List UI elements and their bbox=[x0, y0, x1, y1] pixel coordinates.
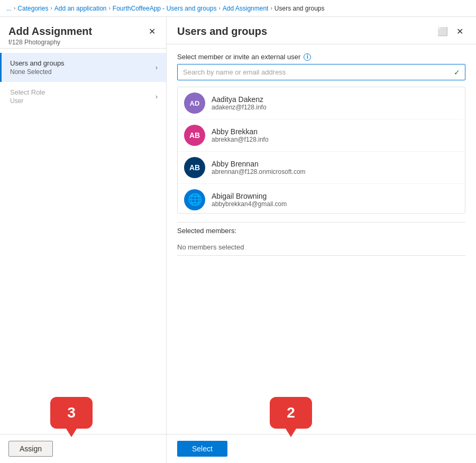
assign-button[interactable]: Assign bbox=[8, 441, 53, 457]
avatar-initials: AB bbox=[189, 131, 200, 140]
search-label-text: Select member or invite an external user bbox=[177, 53, 300, 61]
breadcrumb-sep: › bbox=[218, 5, 220, 11]
user-info: Abby Brennan abrennan@f128.onmicrosoft.c… bbox=[212, 160, 306, 175]
right-panel-title: Users and groups bbox=[177, 25, 267, 38]
left-panel-title-block: Add Assignment f/128 Photography bbox=[8, 25, 92, 46]
user-name: Abby Brekkan bbox=[212, 127, 269, 136]
nav-item-users-groups-value: None Selected bbox=[10, 68, 65, 76]
breadcrumb-sep: › bbox=[108, 5, 110, 11]
main-layout: Add Assignment f/128 Photography ✕ Users… bbox=[0, 17, 476, 463]
right-panel-header: Users and groups ⬜ ✕ bbox=[167, 17, 476, 44]
user-item[interactable]: AB Abby Brennan abrennan@f128.onmicrosof… bbox=[178, 152, 465, 184]
search-input[interactable] bbox=[177, 64, 465, 80]
selected-members-label: Selected members: bbox=[177, 222, 465, 235]
user-item[interactable]: 🌐 Abigail Browning abbybrekkan4@gmail.co… bbox=[178, 184, 465, 214]
user-email: abrekkan@f128.info bbox=[212, 136, 269, 143]
maximize-button[interactable]: ⬜ bbox=[435, 24, 450, 39]
avatar: AB bbox=[184, 125, 205, 146]
no-members-text: No members selected bbox=[177, 239, 465, 256]
avatar: AD bbox=[184, 92, 205, 114]
breadcrumb-categories[interactable]: Categories bbox=[17, 5, 48, 12]
breadcrumb-dots[interactable]: ... bbox=[6, 5, 12, 12]
user-info: Abigail Browning abbybrekkan4@gmail.com bbox=[212, 192, 287, 208]
avatar-initials: AD bbox=[190, 99, 200, 107]
search-label: Select member or invite an external user… bbox=[177, 53, 465, 61]
user-info: Aaditya Dakenz adakenz@f128.info bbox=[212, 95, 267, 111]
left-panel-footer: Assign bbox=[0, 434, 166, 463]
nav-item-select-role-content: Select Role User bbox=[10, 88, 45, 105]
user-name: Aaditya Dakenz bbox=[212, 95, 267, 104]
close-panel-button[interactable]: ✕ bbox=[454, 24, 465, 39]
left-panel-title: Add Assignment bbox=[8, 25, 92, 38]
breadcrumb: ... › Categories › Add an application › … bbox=[0, 0, 476, 17]
nav-item-select-role[interactable]: Select Role User › bbox=[0, 82, 166, 111]
breadcrumb-sep: › bbox=[50, 5, 52, 11]
nav-item-select-role-label: Select Role bbox=[10, 88, 45, 96]
right-panel: Users and groups ⬜ ✕ Select member or in… bbox=[167, 17, 476, 463]
avatar: 🌐 bbox=[184, 189, 205, 210]
chevron-right-icon: › bbox=[155, 64, 158, 71]
nav-item-users-groups-content: Users and groups None Selected bbox=[10, 59, 65, 76]
select-button[interactable]: Select bbox=[177, 441, 227, 457]
right-panel-footer: Select bbox=[167, 434, 476, 463]
left-panel-subtitle: f/128 Photography bbox=[8, 39, 92, 46]
breadcrumb-sep: › bbox=[14, 5, 15, 11]
nav-item-users-groups-label: Users and groups bbox=[10, 59, 65, 67]
right-panel-actions: ⬜ ✕ bbox=[435, 24, 465, 39]
checkmark-icon: ✓ bbox=[454, 68, 460, 77]
avatar-initials: AB bbox=[189, 163, 200, 172]
right-panel-body: Select member or invite an external user… bbox=[167, 44, 476, 434]
chevron-right-icon: › bbox=[155, 93, 158, 100]
left-panel-header: Add Assignment f/128 Photography ✕ bbox=[0, 17, 166, 49]
info-icon[interactable]: i bbox=[304, 53, 311, 61]
user-email: adakenz@f128.info bbox=[212, 104, 267, 111]
left-panel: Add Assignment f/128 Photography ✕ Users… bbox=[0, 17, 167, 463]
breadcrumb-add-assignment[interactable]: Add Assignment bbox=[223, 5, 269, 12]
breadcrumb-app-users[interactable]: FourthCoffeeApp - Users and groups bbox=[113, 5, 217, 12]
user-email: abrennan@f128.onmicrosoft.com bbox=[212, 168, 306, 175]
user-name: Abby Brennan bbox=[212, 160, 306, 168]
left-panel-close-button[interactable]: ✕ bbox=[147, 25, 158, 38]
nav-item-users-groups[interactable]: Users and groups None Selected › bbox=[0, 53, 166, 82]
breadcrumb-current: Users and groups bbox=[274, 5, 325, 12]
nav-item-select-role-value: User bbox=[10, 97, 45, 105]
user-info: Abby Brekkan abrekkan@f128.info bbox=[212, 127, 269, 143]
user-name: Abigail Browning bbox=[212, 192, 287, 200]
breadcrumb-sep: › bbox=[270, 5, 272, 11]
globe-icon: 🌐 bbox=[188, 193, 202, 207]
user-email: abbybrekkan4@gmail.com bbox=[212, 200, 287, 208]
search-box: ✓ bbox=[177, 64, 465, 80]
user-list: AD Aaditya Dakenz adakenz@f128.info AB A… bbox=[177, 87, 465, 214]
user-item[interactable]: AB Abby Brekkan abrekkan@f128.info bbox=[178, 119, 465, 152]
breadcrumb-add-application[interactable]: Add an application bbox=[54, 5, 107, 12]
avatar: AB bbox=[184, 157, 205, 178]
left-panel-nav: Users and groups None Selected › Select … bbox=[0, 49, 166, 434]
user-item[interactable]: AD Aaditya Dakenz adakenz@f128.info bbox=[178, 87, 465, 119]
